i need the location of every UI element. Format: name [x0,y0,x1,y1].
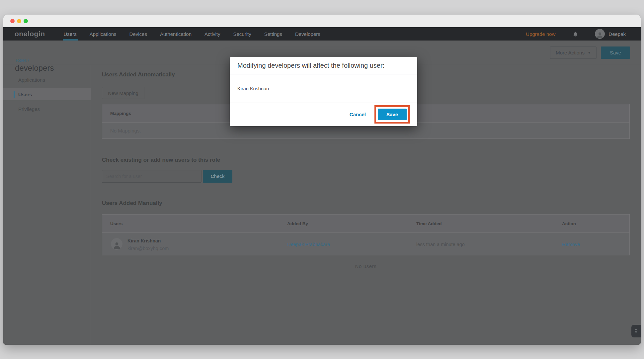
check-button[interactable]: Check [203,170,232,183]
manual-table-header: Users Added By Time Added Action [102,215,629,233]
nav-tab-activity[interactable]: Activity [204,27,220,41]
confirm-modal: Modifying developers will affect the fol… [230,57,417,126]
chevron-down-icon: ▼ [588,51,591,54]
manual-users-table: Users Added By Time Added Action Kiran K… [102,214,630,255]
lightbulb-icon [634,329,638,333]
modal-body: Kiran Krishnan [230,74,417,103]
modal-title: Modifying developers will affect the fol… [237,62,384,69]
lightbulb-help-button[interactable] [631,325,641,337]
cancel-button[interactable]: Cancel [350,112,366,117]
row-user-email: kiran@boxyhq.com [127,246,169,251]
more-actions-label: More Actions [556,50,585,55]
nav-tab-authentication[interactable]: Authentication [160,27,192,41]
row-user-avatar [111,238,122,250]
sidebar: Applications Users Privileges [3,65,91,345]
navbar-right: Upgrade now Deepak [526,29,626,39]
nav-tab-developers[interactable]: Developers [295,27,320,41]
nav-tabs: Users Applications Devices Authenticatio… [64,27,333,41]
column-added-by: Added By [287,221,308,226]
row-time-added: less than a minute ago [416,242,465,247]
section-title-auto: Users Added Automatically [102,71,175,78]
close-window-icon[interactable] [10,19,15,23]
modal-footer: Cancel Save [230,103,417,126]
modal-save-button[interactable]: Save [378,109,407,120]
browser-titlebar [3,15,641,27]
affected-user-name: Kiran Krishnan [237,86,269,91]
column-time-added: Time Added [416,221,442,226]
modal-header: Modifying developers will affect the fol… [230,57,417,74]
no-mappings-text: No Mappings. [110,128,141,134]
upgrade-now-link[interactable]: Upgrade now [526,31,555,37]
sidebar-item-applications[interactable]: Applications [3,74,91,86]
top-navbar: onelogin Users Applications Devices Auth… [3,27,641,41]
row-remove-link[interactable]: Remove [562,242,580,247]
sidebar-item-privileges[interactable]: Privileges [3,103,91,115]
nav-tab-security[interactable]: Security [233,27,251,41]
minimize-window-icon[interactable] [17,19,21,23]
save-role-button[interactable]: Save [601,46,630,59]
zoom-window-icon[interactable] [24,19,28,23]
table-row: Kiran Krishnan kiran@boxyhq.com Deepak P… [102,233,629,255]
no-users-text: No users [102,263,630,269]
row-user-name: Kiran Krishnan [127,238,161,243]
mappings-column-header: Mappings [110,111,131,116]
notifications-bell-icon[interactable] [573,31,578,37]
nav-tab-devices[interactable]: Devices [129,27,147,41]
row-added-by-link[interactable]: Deepak Prabhakara [287,242,330,247]
user-avatar[interactable] [595,29,605,39]
save-highlight-annotation: Save [374,105,410,124]
browser-window: onelogin Users Applications Devices Auth… [3,15,641,345]
new-mapping-button[interactable]: New Mapping [102,87,144,99]
onelogin-logo: onelogin [15,30,45,38]
column-users: Users [110,221,123,226]
search-user-input[interactable] [102,170,201,183]
nav-tab-settings[interactable]: Settings [264,27,282,41]
breadcrumb[interactable]: Roles / [16,58,29,63]
more-actions-button[interactable]: More Actions ▼ [550,46,597,59]
section-title-manual: Users Added Manually [102,200,162,207]
user-name[interactable]: Deepak [608,31,626,37]
nav-tab-users[interactable]: Users [64,27,77,41]
column-action: Action [562,221,576,226]
section-title-check: Check existing or add new users to this … [102,157,220,163]
nav-tab-applications[interactable]: Applications [90,27,117,41]
sidebar-item-users[interactable]: Users [3,88,91,100]
